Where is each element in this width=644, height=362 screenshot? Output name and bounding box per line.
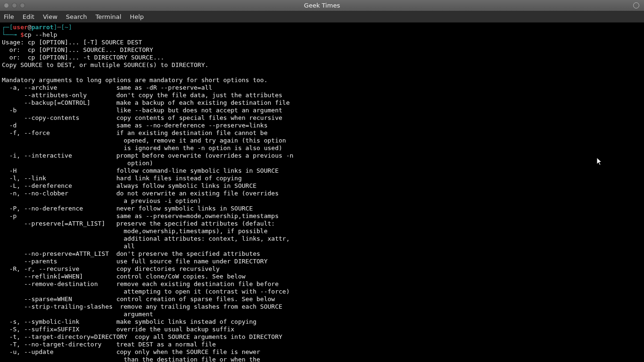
terminal-viewport[interactable]: ┌─[user@parrot]─[~] └──╼ $cp --help Usag…: [0, 23, 644, 362]
menu-edit[interactable]: Edit: [23, 13, 34, 20]
prompt-line-1: ┌─[user@parrot]─[~]: [2, 24, 72, 31]
menu-search[interactable]: Search: [66, 13, 87, 20]
maximize-window-button[interactable]: [20, 3, 25, 8]
menu-file[interactable]: File: [4, 13, 14, 20]
terminal-output: Usage: cp [OPTION]... [-T] SOURCE DEST o…: [2, 39, 293, 362]
prompt-line-2: └──╼ $cp --help: [2, 31, 57, 38]
window-titlebar[interactable]: Geek Times: [0, 0, 644, 11]
menu-view[interactable]: View: [43, 13, 58, 20]
close-window-button[interactable]: [4, 3, 9, 8]
window-controls: [4, 3, 25, 8]
window-title: Geek Times: [304, 2, 340, 9]
window-decoration-icon: [633, 2, 639, 8]
menu-terminal[interactable]: Terminal: [95, 13, 121, 20]
menu-bar: File Edit View Search Terminal Help: [0, 11, 644, 23]
command-input: cp --help: [24, 31, 57, 38]
minimize-window-button[interactable]: [12, 3, 17, 8]
menu-help[interactable]: Help: [130, 13, 144, 20]
